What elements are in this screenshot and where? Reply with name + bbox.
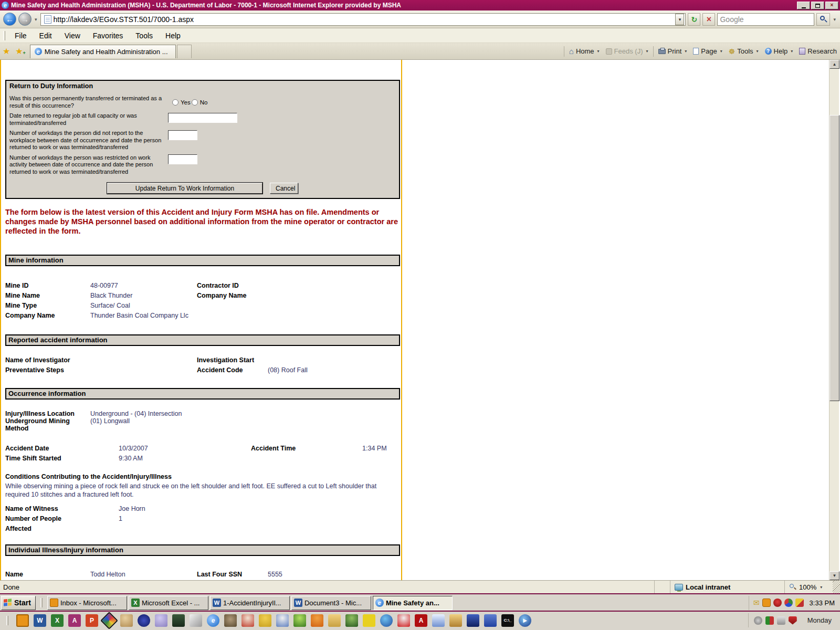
search-caret-icon[interactable]: ▾	[832, 17, 837, 22]
forward-button[interactable]: →	[18, 13, 32, 26]
refresh-button[interactable]: ↻	[688, 13, 700, 26]
maximize-icon	[815, 4, 820, 8]
research-button[interactable]: Research	[796, 45, 840, 58]
no-radio[interactable]	[192, 99, 198, 106]
cat-icon[interactable]	[276, 614, 289, 627]
stop-button[interactable]: ×	[702, 13, 715, 26]
giraffe-icon[interactable]	[259, 614, 271, 627]
menu-view[interactable]: View	[58, 30, 87, 41]
alert-tray-icon[interactable]	[773, 598, 782, 607]
cartoon-bird-icon[interactable]	[120, 614, 133, 627]
address-book-icon[interactable]	[467, 614, 479, 627]
search-icon[interactable]	[816, 13, 830, 26]
return-date-label: Date returned to regular job at full cap…	[9, 112, 167, 127]
g-arrow-icon[interactable]	[363, 614, 375, 627]
command-bar: ⌂ Home ▾ Feeds (J) ▾ Print ▾ Page ▾ ☸	[562, 43, 840, 59]
address-field[interactable]: ▾	[40, 13, 686, 26]
start-button[interactable]: Start	[1, 596, 36, 610]
lizard-icon[interactable]	[345, 614, 358, 627]
witness-row: Name of Witness Joe Horn	[5, 504, 400, 514]
zoom-caret-icon[interactable]: ▾	[819, 585, 822, 590]
woodpecker-icon[interactable]	[242, 614, 254, 627]
task-word-2[interactable]: W Document3 - Mic...	[291, 596, 371, 610]
notepad-icon[interactable]	[432, 614, 445, 627]
newspaper-icon[interactable]	[190, 614, 202, 627]
compose-doc-icon[interactable]	[484, 614, 497, 627]
mail-tray-icon[interactable]: ✉	[753, 598, 760, 607]
cmd-icon[interactable]: C:\_	[501, 614, 514, 627]
antivirus-shield-icon[interactable]	[789, 616, 797, 625]
volume-tray-icon[interactable]	[754, 616, 762, 625]
acrobat-icon[interactable]: A	[415, 614, 427, 627]
task-excel[interactable]: X Microsoft Excel - ...	[129, 596, 208, 610]
badge-icon[interactable]	[138, 614, 150, 627]
update-return-button[interactable]: Update Return To Work Information	[107, 183, 262, 194]
pinwheel-icon[interactable]	[100, 612, 118, 629]
search-folder-icon[interactable]	[449, 614, 462, 627]
key-tray-icon[interactable]	[795, 598, 804, 607]
grinch-icon[interactable]	[293, 614, 306, 627]
workdays-restricted-input[interactable]	[168, 154, 197, 164]
back-button[interactable]: ←	[3, 13, 16, 26]
access-quicklaunch-icon[interactable]: A	[68, 614, 81, 627]
vertical-scrollbar[interactable]: ▲ ▼	[829, 60, 839, 580]
menu-edit[interactable]: Edit	[33, 30, 58, 41]
powerpoint-quicklaunch-icon[interactable]: P	[86, 614, 98, 627]
maximize-button[interactable]	[811, 2, 824, 9]
media-player-icon[interactable]: ▶	[519, 614, 531, 627]
search-box[interactable]	[717, 13, 814, 26]
url-input[interactable]	[54, 15, 676, 24]
menu-help[interactable]: Help	[159, 30, 187, 41]
tab-msha[interactable]: e Mine Safety and Health Administration …	[30, 45, 176, 58]
print-button[interactable]: Print ▾	[655, 45, 690, 58]
scroll-down-icon[interactable]: ▼	[830, 571, 839, 580]
menu-favorites[interactable]: Favorites	[87, 30, 130, 41]
resize-grip[interactable]	[833, 581, 840, 593]
task-ie-msha[interactable]: e Mine Safety an...	[373, 596, 453, 610]
task-inbox[interactable]: Inbox - Microsoft...	[47, 596, 127, 610]
purple-bird-icon[interactable]	[155, 614, 167, 627]
frog-icon[interactable]	[172, 614, 185, 627]
folder-search-icon[interactable]	[328, 614, 341, 627]
mine-info-row: Mine TypeSurface/ Coal	[5, 301, 400, 311]
minimize-button[interactable]	[797, 2, 810, 9]
add-favorite-icon[interactable]: ★+	[13, 46, 25, 56]
word-quicklaunch-icon[interactable]: W	[34, 614, 46, 627]
menu-file[interactable]: File	[8, 30, 33, 41]
task-word-1[interactable]: W 1-AccidentInjuryIl...	[210, 596, 290, 610]
globe-sync-icon[interactable]	[380, 614, 393, 627]
scroll-up-icon[interactable]: ▲	[830, 60, 839, 69]
mine-info-row: Mine ID48-00977 Contractor ID	[5, 281, 400, 291]
agent-tray-icon[interactable]	[765, 616, 774, 625]
zoom-icon	[789, 583, 796, 591]
favorites-center-icon[interactable]: ★	[0, 46, 13, 56]
football-icon[interactable]	[224, 614, 237, 627]
yes-radio[interactable]	[172, 99, 178, 106]
address-dropdown-icon[interactable]: ▾	[675, 14, 684, 25]
clock-tray-icon[interactable]	[762, 598, 771, 607]
outlook-quicklaunch-icon[interactable]	[16, 614, 29, 627]
history-caret-icon[interactable]: ▾	[34, 17, 38, 22]
close-button[interactable]: ×	[825, 2, 838, 9]
woodpecker2-icon[interactable]	[397, 614, 410, 627]
balls-tray-icon[interactable]	[784, 598, 793, 607]
new-tab-button[interactable]	[177, 45, 192, 58]
tools-button[interactable]: ☸ Tools ▾	[726, 45, 762, 58]
workdays-lost-input[interactable]	[168, 130, 197, 140]
feeds-button[interactable]: Feeds (J) ▾	[603, 45, 652, 58]
excel-quicklaunch-icon[interactable]: X	[51, 614, 64, 627]
help-button[interactable]: ? Help ▾	[762, 45, 796, 58]
zoom-control[interactable]: 100% ▾	[784, 581, 833, 593]
tab-title: Mine Safety and Health Administration ..…	[45, 48, 168, 56]
home-button[interactable]: ⌂ Home ▾	[566, 45, 603, 58]
mouse-tray-icon[interactable]	[777, 616, 785, 625]
menu-tools[interactable]: Tools	[129, 30, 159, 41]
tiger-icon[interactable]	[311, 614, 323, 627]
page-button[interactable]: Page ▾	[690, 45, 725, 58]
search-input[interactable]	[720, 15, 812, 24]
scrollbar-thumb[interactable]	[830, 115, 839, 401]
return-date-input[interactable]	[168, 113, 237, 123]
status-text: Done	[0, 583, 654, 591]
ie-quicklaunch-icon[interactable]: e	[207, 614, 219, 627]
cancel-button[interactable]: Cancel	[270, 183, 298, 194]
